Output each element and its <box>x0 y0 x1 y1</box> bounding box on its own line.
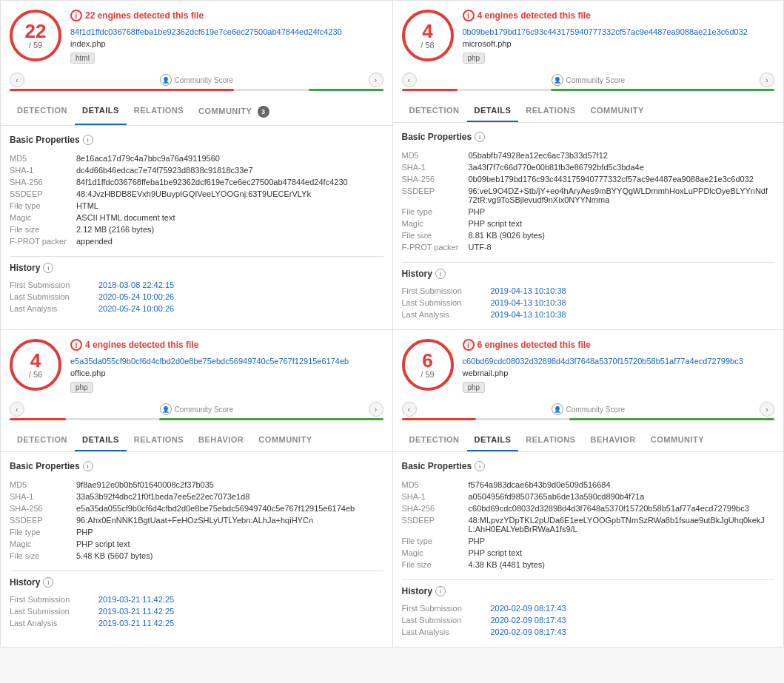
table-row: Last Submission2020-02-09 08:17:43 <box>402 614 775 626</box>
divider-3 <box>10 571 383 571</box>
prev-btn-2[interactable]: ‹ <box>402 73 417 87</box>
table-row: MagicPHP script text <box>402 218 775 229</box>
tab-behavior-3[interactable]: BEHAVIOR <box>191 429 251 451</box>
table-row: SHA-25684f1d1ffdc036768ffeba1be92362dcf6… <box>10 176 383 188</box>
table-row: Last Analysis2020-02-09 08:17:43 <box>402 626 775 638</box>
tab-details-2[interactable]: DETAILS <box>467 100 519 122</box>
tab-detection-4[interactable]: DETECTION <box>402 429 467 451</box>
table-row: First Submission2019-03-21 11:42:25 <box>10 593 383 605</box>
next-btn-4[interactable]: › <box>760 402 774 417</box>
nav-arrows-1: ‹ 👤 Community Score › <box>10 73 383 87</box>
score-circle-2: 4 / 58 <box>402 10 454 61</box>
tab-detection-3[interactable]: DETECTION <box>10 429 75 451</box>
table-row: SSDEEP96:veL9O4DZ+Stb/jY+eo4hAryAes9mBYY… <box>402 185 775 206</box>
tab-community-2[interactable]: COMMUNITY <box>583 100 651 122</box>
detection-alert-4: i 6 engines detected this file <box>463 339 775 351</box>
history-title-1: History i <box>10 263 383 273</box>
score-denom-2: / 58 <box>421 41 434 50</box>
table-row: SHA-133a53b92f4dbc21f0f1beda7ee5e22ec707… <box>10 491 383 502</box>
tab-detection-2[interactable]: DETECTION <box>402 100 467 122</box>
score-circle-3: 4 / 56 <box>10 339 61 391</box>
bar-red-3 <box>10 418 66 420</box>
content-1: Basic Properties i MD58e16aca17d79c4a7bb… <box>1 126 392 323</box>
community-badge-1: 3 <box>258 106 269 118</box>
prev-btn-1[interactable]: ‹ <box>10 73 24 87</box>
history-title-2: History i <box>402 269 775 279</box>
detection-alert-1: i 22 engines detected this file <box>70 10 383 21</box>
table-row: MagicPHP script text <box>10 538 383 550</box>
prev-btn-3[interactable]: ‹ <box>10 402 24 417</box>
tabs-2: DETECTION DETAILS RELATIONS COMMUNITY <box>393 100 784 123</box>
tab-behavior-4[interactable]: BEHAVIOR <box>583 429 643 451</box>
table-row: MD58e16aca17d79c4a7bbc9a76a49119560 <box>10 152 383 164</box>
filename-4: webmail.php <box>463 369 775 377</box>
detection-text-1: 22 engines detected this file <box>85 10 204 21</box>
bar-green-4 <box>569 418 774 420</box>
score-denom-3: / 56 <box>29 370 42 379</box>
community-label-1: Community Score <box>175 76 233 84</box>
next-btn-1[interactable]: › <box>369 73 383 87</box>
table-row: SHA-1dc4d66b46edcac7e74f75923d8838c91818… <box>10 164 383 176</box>
community-icon-1: 👤 <box>160 74 172 86</box>
tab-relations-4[interactable]: RELATIONS <box>518 429 583 451</box>
hash-3[interactable]: e5a35da055cf9b0cf6d4cfbd2d0e8be75ebdc569… <box>70 357 383 366</box>
file-tag-2: php <box>463 53 486 64</box>
info-icon-1: i <box>83 135 93 145</box>
bar-red-1 <box>10 89 234 91</box>
table-row: Last Submission2019-04-13 10:10:38 <box>402 297 775 309</box>
hash-4[interactable]: c60bd69cdc08032d32898d4d3f7648a5370f1572… <box>463 357 775 366</box>
tab-details-3[interactable]: DETAILS <box>75 429 127 451</box>
community-label-4: Community Score <box>566 406 625 414</box>
filename-3: office.php <box>70 369 383 377</box>
divider-1 <box>10 256 383 257</box>
community-icon-2: 👤 <box>552 74 563 86</box>
detection-alert-3: i 4 engines detected this file <box>70 339 383 351</box>
tab-details-1[interactable]: DETAILS <box>75 100 127 125</box>
community-score-wrap-1: 👤 Community Score <box>160 74 233 86</box>
tab-relations-1[interactable]: RELATIONS <box>127 100 191 125</box>
score-denom-4: / 59 <box>421 370 434 379</box>
tab-details-4[interactable]: DETAILS <box>467 429 519 451</box>
table-row: File size5.48 KB (5607 bytes) <box>10 550 383 562</box>
community-label-2: Community Score <box>566 76 625 84</box>
tab-relations-3[interactable]: RELATIONS <box>127 429 191 451</box>
alert-icon-2: i <box>463 10 475 21</box>
hash-1[interactable]: 84f1d1ffdc036768ffeba1be92362dcf619e7ce6… <box>70 27 383 36</box>
filename-1: index.php <box>70 39 383 48</box>
score-circle-1: 22 / 59 <box>10 10 61 61</box>
history-info-icon-2: i <box>435 269 446 279</box>
table-row: File typePHP <box>10 526 383 538</box>
tab-relations-2[interactable]: RELATIONS <box>518 100 583 122</box>
detection-alert-2: i 4 engines detected this file <box>463 10 775 21</box>
score-denom-1: / 59 <box>29 41 42 50</box>
prop-table-4: MD5f5764a983dcae6b43b9d0e509d516684 SHA-… <box>402 479 775 571</box>
next-btn-2[interactable]: › <box>760 73 774 87</box>
prop-table-3: MD59f8ae912e0b0b5f01640008c2f37b035 SHA-… <box>10 479 383 562</box>
info-icon-4: i <box>475 461 485 471</box>
table-row: Last Submission2019-03-21 11:42:25 <box>10 605 383 617</box>
content-3: Basic Properties i MD59f8ae912e0b0b5f016… <box>1 452 392 638</box>
divider-2 <box>402 262 775 263</box>
table-row: Last Analysis2019-03-21 11:42:25 <box>10 617 383 629</box>
tab-community-4[interactable]: COMMUNITY <box>643 429 711 451</box>
table-row: File size8.81 KB (9026 bytes) <box>402 229 775 241</box>
history-table-4: First Submission2020-02-09 08:17:43 Last… <box>402 602 775 638</box>
table-row: MD505babfb74928ea12ec6ac73b33d57f12 <box>402 149 775 161</box>
community-bar-4: ‹ 👤 Community Score › <box>393 399 784 429</box>
table-row: SHA-1a0504956fd98507365ab6de13a590cd890b… <box>402 491 775 502</box>
table-row: F-PROT packerUTF-8 <box>402 241 775 253</box>
alert-icon-3: i <box>70 339 82 351</box>
hash-2[interactable]: 0b09beb179bd176c93c443175940777332cf57ac… <box>463 27 775 36</box>
history-1: History i First Submission2018-03-08 22:… <box>10 263 383 314</box>
bar-green-3 <box>159 418 383 420</box>
next-btn-3[interactable]: › <box>369 402 383 417</box>
community-bar-1: ‹ 👤 Community Score › <box>1 70 392 100</box>
tab-detection-1[interactable]: DETECTION <box>10 100 75 125</box>
community-score-wrap-2: 👤 Community Score <box>552 74 625 86</box>
tab-community-3[interactable]: COMMUNITY <box>251 429 319 451</box>
prev-btn-4[interactable]: ‹ <box>402 402 417 417</box>
tab-community-1[interactable]: COMMUNITY 3 <box>191 100 277 125</box>
history-info-icon-3: i <box>43 577 53 588</box>
score-info-3: i 4 engines detected this file e5a35da05… <box>70 339 383 393</box>
basic-props-title-4: Basic Properties i <box>402 461 775 471</box>
